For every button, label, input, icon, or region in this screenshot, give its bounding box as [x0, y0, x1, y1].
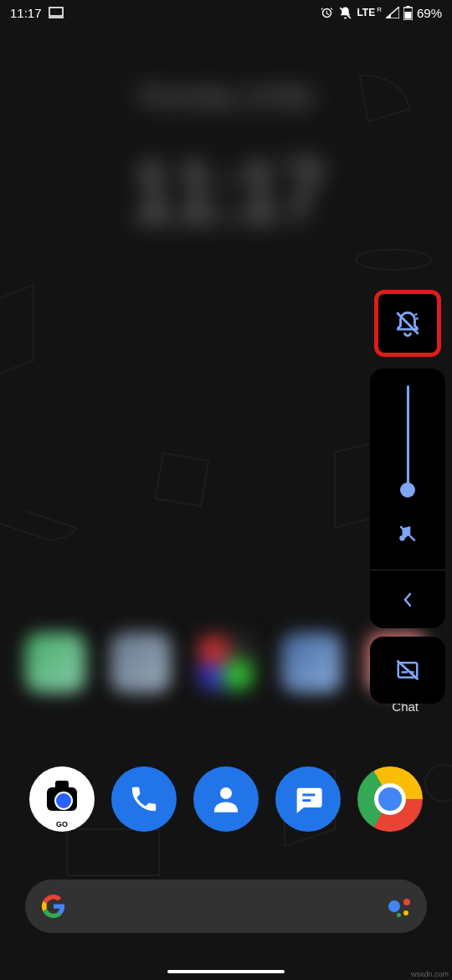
volume-thumb[interactable]: [400, 482, 415, 498]
camera-go-app[interactable]: GO: [29, 766, 95, 832]
google-g-icon: [42, 895, 65, 918]
volume-slider[interactable]: [370, 369, 445, 570]
svg-rect-1: [156, 453, 209, 507]
contacts-app[interactable]: [193, 766, 259, 832]
widget-date: Thursday, 10 Mar: [75, 84, 377, 110]
clock-widget: Thursday, 10 Mar 11:17: [75, 84, 377, 260]
messages-app[interactable]: [275, 766, 341, 832]
cast-icon: [49, 7, 64, 18]
phone-icon: [128, 783, 160, 815]
alarm-icon: [320, 6, 334, 20]
svg-rect-2: [67, 829, 159, 875]
lte-label: LTE: [357, 7, 375, 18]
dnd-status-icon: [338, 6, 352, 20]
volume-expand-button[interactable]: [370, 570, 445, 628]
google-search-bar[interactable]: [25, 879, 427, 933]
battery-icon: [403, 6, 413, 20]
person-icon: [208, 781, 244, 817]
chrome-app[interactable]: [357, 766, 423, 832]
home-app-row: [25, 632, 427, 693]
svg-point-16: [220, 787, 232, 799]
status-bar: 11:17 LTE R 69%: [0, 0, 452, 25]
blurred-app-3[interactable]: [196, 632, 256, 693]
volume-track: [407, 385, 409, 486]
app-dock: GO: [0, 766, 452, 832]
volume-panel: [370, 290, 445, 704]
live-captions-button[interactable]: [370, 637, 445, 704]
widget-time: 11:17: [75, 143, 377, 240]
status-time: 11:17: [10, 6, 42, 20]
blurred-app-4[interactable]: [281, 632, 342, 693]
google-assistant-icon[interactable]: [388, 895, 410, 917]
watermark: wsxdn.com: [411, 970, 449, 978]
gesture-nav-handle[interactable]: [167, 970, 285, 973]
messages-icon: [291, 782, 325, 816]
blurred-app-1[interactable]: [25, 632, 85, 693]
widget-subtext: [75, 248, 377, 260]
ringer-mode-button[interactable]: [374, 290, 441, 357]
phone-app[interactable]: [111, 766, 177, 832]
camera-go-label: GO: [56, 820, 68, 828]
signal-icon: [386, 7, 399, 18]
camera-icon: [47, 787, 77, 811]
battery-percentage: 69%: [417, 6, 442, 20]
volume-slider-container: [370, 369, 445, 628]
svg-rect-8: [406, 6, 409, 8]
lte-roaming: R: [377, 6, 382, 13]
svg-rect-4: [49, 8, 63, 16]
svg-rect-9: [404, 12, 411, 19]
media-mute-icon: [397, 523, 419, 548]
blurred-app-2[interactable]: [110, 632, 171, 693]
